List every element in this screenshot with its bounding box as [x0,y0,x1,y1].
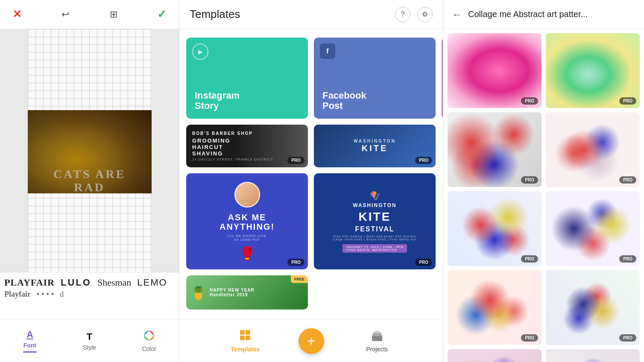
art-item-5[interactable]: PRO [448,191,542,266]
grooming-main: GROOMINGHAIRCUTSHAVING [192,137,302,157]
templates-title: Templates [190,8,240,21]
templates-nav-label: Templates [231,346,260,353]
grooming-pro-badge: PRO [287,157,304,164]
projects-nav-label: Projects [366,346,388,353]
font-dots: • • • • [37,290,54,299]
facebook-post-template[interactable]: f Facebook Post [314,38,436,119]
kite-date: JANUARY 13, 2019 | 10AM - 4PMLONG BEACH,… [342,244,407,253]
kite-small-label: WASHINGTON KITE [354,139,396,153]
style-nav-label: Style [83,344,96,351]
templates-row-4: FREE 🍍 HAPPY NEW YEARHandletter 2019 [186,275,436,309]
art-pro-badge-3: PRO [521,176,538,184]
kite-big-washington: WASHINGTON [353,202,396,208]
kite-big-template[interactable]: 🪁 WASHINGTON KITE FESTIVAL Free kite mak… [314,173,436,269]
art-pro-badge-7: PRO [521,334,538,342]
pineapple-template[interactable]: FREE 🍍 HAPPY NEW YEARHandletter 2019 [186,275,308,309]
svg-rect-1 [240,330,245,335]
back-button[interactable]: ← [452,9,462,20]
ask-sub: I'LL BE GOING LIVEAT 10AM PST [228,234,267,242]
free-badge: FREE [291,275,308,283]
font-script[interactable]: d [60,290,64,299]
art-pro-badge-5: PRO [521,255,538,263]
ask-template[interactable]: ASK MEANYTHING! I'LL BE GOING LIVEAT 10A… [186,173,308,269]
grooming-sub: 14 GRIZZLY STREET, TRIMBLE DISTRICT [192,158,302,161]
middle-bottom-nav: Templates + Projects [179,319,443,362]
close-button[interactable]: ✕ [9,6,26,23]
art-item-9[interactable]: PRO [448,349,542,362]
art-grid[interactable]: PRO PRO PRO PRO PRO PRO PRO PRO PRO PRO [443,29,644,362]
ask-avatar [234,182,260,207]
right-header: ← Collage me Abstract art patter... [443,0,644,29]
art-item-3[interactable]: PRO [448,112,542,187]
grooming-title: BOB'S BARBER SHOP [192,131,302,136]
svg-rect-4 [246,336,250,340]
middle-panel: Templates ? ⚙ ▶ Instagram Story f Facebo… [179,0,443,362]
settings-button[interactable]: ⚙ [417,7,433,22]
active-indicator [23,351,37,353]
nav-color[interactable]: Color [132,330,166,352]
nav-templates[interactable]: Templates [220,329,271,353]
help-button[interactable]: ? [395,7,410,22]
art-item-10[interactable]: PRO [546,349,640,362]
templates-row-2: BOB'S BARBER SHOP GROOMINGHAIRCUTSHAVING… [186,125,436,167]
right-panel-title: Collage me Abstract art patter... [468,9,588,19]
canvas-text[interactable]: CATS ARE RAD [53,168,126,194]
pineapple-text: HAPPY NEW YEARHandletter 2019 [210,288,255,297]
middle-header: Templates ? ⚙ [179,0,443,29]
nav-style[interactable]: T Style [72,331,106,351]
templates-row-1: ▶ Instagram Story f Facebook Post [186,38,436,119]
svg-rect-5 [372,335,382,341]
font-nav-label: Font [23,342,36,349]
font-sherman[interactable]: Shesman [97,277,131,288]
nav-font[interactable]: A Font [13,329,47,353]
confirm-button[interactable]: ✓ [153,6,170,23]
kite-small-template[interactable]: WASHINGTON KITE PRO [314,125,436,167]
instagram-story-template[interactable]: ▶ Instagram Story [186,38,308,119]
templates-scroll[interactable]: ▶ Instagram Story f Facebook Post BOB'S … [179,29,443,319]
left-toolbar: ✕ ↩ ⊞ ✓ [0,0,179,29]
ask-pro-badge: PRO [287,259,304,266]
kite-big-kite: KITE [359,210,391,224]
art-item-4[interactable]: PRO [546,112,640,187]
undo-button[interactable]: ↩ [57,6,74,23]
instagram-label: Instagram Story [195,90,240,111]
facebook-icon: f [320,44,335,59]
font-lulo[interactable]: LULO [61,277,91,288]
art-item-2[interactable]: PRO [546,33,640,108]
ask-gloves: 🥊 [239,246,255,261]
canvas-area: CATS ARE RAD [0,29,179,272]
grooming-template[interactable]: BOB'S BARBER SHOP GROOMINGHAIRCUTSHAVING… [186,125,308,167]
layers-button[interactable]: ⊞ [105,6,122,23]
art-pro-badge-4: PRO [619,176,636,184]
templates-row-3: ASK MEANYTHING! I'LL BE GOING LIVEAT 10A… [186,173,436,269]
art-item-1[interactable]: PRO [448,33,542,108]
font-lemon[interactable]: LEMO [137,277,167,288]
templates-icon [239,329,251,344]
kite-small-pro-badge: PRO [415,157,432,164]
style-icon: T [87,331,92,342]
art-item-8[interactable]: PRO [546,270,640,345]
art-pro-badge-2: PRO [619,97,636,105]
ask-title: ASK MEANYTHING! [220,213,275,231]
left-bottom-nav: A Font T Style Color [0,319,179,362]
svg-rect-2 [246,330,250,335]
partial-template [442,38,443,119]
nav-projects[interactable]: Projects [351,329,403,353]
art-item-7[interactable]: PRO [448,270,542,345]
header-icons: ? ⚙ [395,7,433,22]
font-playfair-secondary[interactable]: Playfair [4,290,31,299]
art-pro-badge-6: PRO [619,255,636,263]
art-item-6[interactable]: PRO [546,191,640,266]
font-playfair[interactable]: PLAYFAIR [4,277,55,288]
kite-flag: 🪁 [369,190,380,201]
canvas-grid: CATS ARE RAD [28,29,152,272]
left-panel: ✕ ↩ ⊞ ✓ CATS ARE RAD PLAYFAIR LULO Shesm… [0,0,179,362]
facebook-label: Facebook Post [322,90,366,111]
font-bar: PLAYFAIR LULO Shesman LEMO Playfair • • … [0,272,179,319]
add-button[interactable]: + [299,328,324,354]
instagram-play-icon: ▶ [192,44,208,60]
kite-big-pro-badge: PRO [415,259,432,266]
kite-big-festival: FESTIVAL [355,225,394,233]
color-icon [143,330,155,344]
svg-rect-3 [240,336,245,340]
